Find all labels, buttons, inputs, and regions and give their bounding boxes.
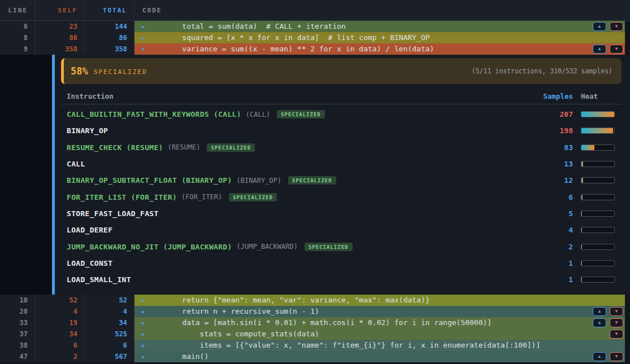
column-header-samples: Samples [528,92,573,100]
nav-down-button[interactable]: ▼ [610,330,623,339]
instruction-row: LOAD_CONST1 [61,255,622,271]
instruction-generic-opcode: (BINARY_OP) [237,177,281,185]
instruction-opcode: LOAD_SMALL_INT [67,275,131,284]
line-number: 8 [0,32,35,43]
nav-up-button[interactable]: ▲ [593,45,606,54]
line-number: 47 [0,351,35,362]
collapse-row-icon[interactable]: ▼ [142,47,151,52]
column-header-total: TOTAL [85,0,134,20]
expand-row-icon[interactable]: ▶ [142,354,151,359]
total-samples: 358 [85,43,134,55]
line-number: 33 [0,317,35,328]
code-cell[interactable]: ▶ data = [math.sin(i * 0.01) + math.cos(… [134,317,630,328]
nav-up-button[interactable]: ▲ [593,318,606,327]
specialized-badge: SPECIALIZED [207,143,255,152]
column-header-line: LINE [0,0,35,20]
code-line-row[interactable]: 88686▶ squared = [x * x for x in data] #… [0,32,630,43]
expand-row-icon[interactable]: ▶ [142,24,151,29]
code-cell[interactable]: ▶ items = [{"value": x, "name": f"item_{… [134,340,630,351]
nav-down-button[interactable]: ▼ [610,352,623,361]
self-samples: 86 [35,32,85,43]
instruction-samples: 6 [528,193,573,201]
code-cell[interactable]: ▶ return n + recursive_sum(n - 1)▲▼ [134,306,630,317]
code-cell[interactable]: ▶ squared = [x * x for x in data] # list… [134,32,630,43]
heat-bar-fill [581,161,583,166]
instruction-opcode: RESUME_CHECK (RESUME) [67,143,163,152]
right-gutter [625,317,630,328]
code-line-row[interactable]: 2844▶ return n + recursive_sum(n - 1)▲▼ [0,306,630,317]
code-cell[interactable]: ▼ variance = sum((x - mean) ** 2 for x i… [134,43,630,55]
code-line-row[interactable]: 3866▶ items = [{"value": x, "name": f"it… [0,340,630,351]
self-samples: 19 [35,317,85,328]
heat-slot [581,210,622,217]
code-table-bottom: 105252▶ return {"mean": mean, "var": var… [0,295,630,362]
instruction-name: RESUME_CHECK (RESUME)(RESUME)SPECIALIZED [61,143,528,152]
code-cell[interactable]: ▶ total = sum(data) # CALL + iteration▲▼ [134,21,630,32]
instruction-samples: 12 [528,176,573,185]
self-samples: 23 [35,21,85,32]
line-number: 28 [0,306,35,317]
heat-bar-fill [581,261,582,266]
instruction-opcode: CALL_BUILTIN_FAST_WITH_KEYWORDS (CALL) [67,110,241,119]
instruction-samples: 4 [528,226,573,234]
right-gutter [625,43,630,55]
code-text: total = sum(data) # CALL + iteration [164,21,346,32]
right-gutter [625,295,630,306]
code-line-row[interactable]: 9358358▼ variance = sum((x - mean) ** 2 … [0,43,630,55]
instruction-opcode: FOR_ITER_LIST (FOR_ITER) [67,193,177,201]
column-header-code: CODE [134,0,630,20]
expand-row-icon[interactable]: ▶ [142,332,151,337]
code-line-row[interactable]: 472567▶ main()▲▼ [0,351,630,362]
expand-row-icon[interactable]: ▶ [142,321,151,326]
heat-bar-fill [581,112,614,117]
instruction-rows: CALL_BUILTIN_FAST_WITH_KEYWORDS (CALL)(C… [61,106,622,288]
total-samples: 4 [85,306,134,317]
heat-bar-fill [581,145,594,150]
heat-bar [581,128,615,134]
code-text: stats = compute_stats(data) [164,328,319,340]
code-text: variance = sum((x - mean) ** 2 for x in … [164,43,434,55]
nav-up-button[interactable]: ▲ [593,352,606,361]
code-text: return n + recursive_sum(n - 1) [164,306,319,317]
total-samples: 144 [85,21,134,32]
nav-down-button[interactable]: ▼ [610,318,623,327]
expand-row-icon[interactable]: ▶ [142,343,151,348]
nav-up-button[interactable]: ▲ [593,307,606,316]
column-header-self: SELF [35,0,85,20]
code-line-row[interactable]: 331934▶ data = [math.sin(i * 0.01) + mat… [0,317,630,328]
nav-down-button[interactable]: ▼ [610,45,623,54]
total-samples: 6 [85,340,134,351]
code-line-row[interactable]: 623144▶ total = sum(data) # CALL + itera… [0,21,630,32]
expand-row-icon[interactable]: ▶ [142,309,151,314]
instruction-samples: 2 [528,243,573,251]
heat-bar-fill [581,277,582,282]
code-cell[interactable]: ▶ return {"mean": mean, "var": variance,… [134,295,630,306]
instruction-name: BINARY_OP_SUBTRACT_FLOAT (BINARY_OP)(BIN… [61,176,528,185]
instruction-name: LOAD_DEREF [61,226,528,234]
instruction-row: STORE_FAST_LOAD_FAST5 [61,205,622,222]
instruction-detail-panel: 58% SPECIALIZED (5/11 instructions, 310/… [0,55,630,295]
heat-slot [581,194,622,200]
code-cell[interactable]: ▶ main()▲▼ [134,351,630,362]
heat-bar [581,244,615,250]
nav-down-button[interactable]: ▼ [610,307,623,316]
code-rows-top: 623144▶ total = sum(data) # CALL + itera… [0,21,630,55]
instruction-name: CALL [61,160,528,168]
code-line-row[interactable]: 3734525▶ stats = compute_stats(data)▼ [0,328,630,340]
instruction-row: CALL_BUILTIN_FAST_WITH_KEYWORDS (CALL)(C… [61,106,622,122]
code-line-row[interactable]: 105252▶ return {"mean": mean, "var": var… [0,295,630,306]
code-cell[interactable]: ▶ stats = compute_stats(data)▼ [134,328,630,340]
heat-slot [581,144,622,151]
instruction-samples: 207 [528,110,573,119]
instruction-row: BINARY_OP_SUBTRACT_FLOAT (BINARY_OP)(BIN… [61,172,622,188]
expand-row-icon[interactable]: ▶ [142,298,151,303]
heat-slot [581,161,622,167]
nav-down-button[interactable]: ▼ [610,22,623,31]
code-text: squared = [x * x for x in data] # list c… [164,32,430,43]
instruction-generic-opcode: (JUMP_BACKWARD) [237,243,298,251]
instruction-row: FOR_ITER_LIST (FOR_ITER)(FOR_ITER)SPECIA… [61,188,622,205]
specialized-badge: SPECIALIZED [305,243,353,251]
nav-up-button[interactable]: ▲ [593,22,606,31]
expand-row-icon[interactable]: ▶ [142,36,151,41]
code-table-top: LINE SELF TOTAL CODE 623144▶ total = sum… [0,0,630,55]
